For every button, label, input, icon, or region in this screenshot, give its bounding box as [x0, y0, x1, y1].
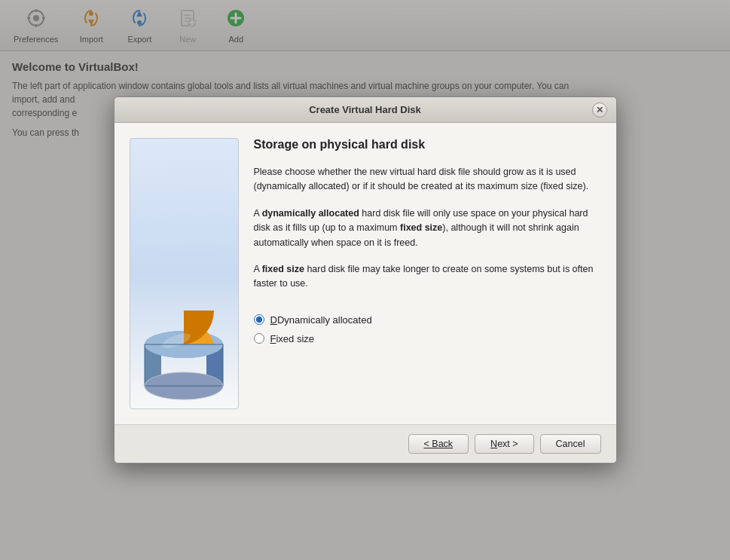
- radio-dynamic-input[interactable]: [254, 314, 264, 325]
- dialog-titlebar: Create Virtual Hard Disk ✕: [115, 97, 616, 123]
- create-vhd-dialog: Create Virtual Hard Disk ✕: [114, 96, 617, 464]
- dialog-section-title: Storage on physical hard disk: [254, 138, 601, 151]
- radio-dynamic-option[interactable]: DDynamically allocated: [254, 314, 601, 326]
- dialog-paragraph2: A dynamically allocated hard disk file w…: [254, 207, 601, 250]
- back-button[interactable]: < Back: [408, 434, 469, 454]
- cancel-button[interactable]: Cancel: [540, 434, 601, 454]
- next-button[interactable]: Next >: [475, 434, 533, 454]
- dialog-image-panel: [130, 138, 239, 409]
- dialog-title: Create Virtual Hard Disk: [139, 104, 592, 115]
- back-label: < Back: [424, 439, 454, 449]
- cancel-label: Cancel: [556, 439, 585, 449]
- radio-fixed-label: Fixed size: [270, 333, 315, 344]
- dialog-footer: < Back Next > Cancel: [115, 424, 616, 463]
- next-label: Next >: [490, 439, 518, 449]
- dialog-body: Storage on physical hard disk Please cho…: [115, 123, 616, 424]
- modal-overlay: Create Virtual Hard Disk ✕: [0, 0, 730, 560]
- disk-illustration: [135, 303, 233, 409]
- radio-dynamic-label: DDynamically allocated: [270, 314, 372, 326]
- radio-fixed-option[interactable]: Fixed size: [254, 333, 601, 344]
- dialog-content-panel: Storage on physical hard disk Please cho…: [254, 138, 601, 409]
- dialog-close-button[interactable]: ✕: [592, 103, 607, 118]
- radio-fixed-input[interactable]: [254, 333, 264, 344]
- radio-group: DDynamically allocated Fixed size: [254, 314, 601, 344]
- dialog-paragraph3: A fixed size hard disk file may take lon…: [254, 262, 601, 292]
- dialog-paragraph1: Please choose whether the new virtual ha…: [254, 165, 601, 194]
